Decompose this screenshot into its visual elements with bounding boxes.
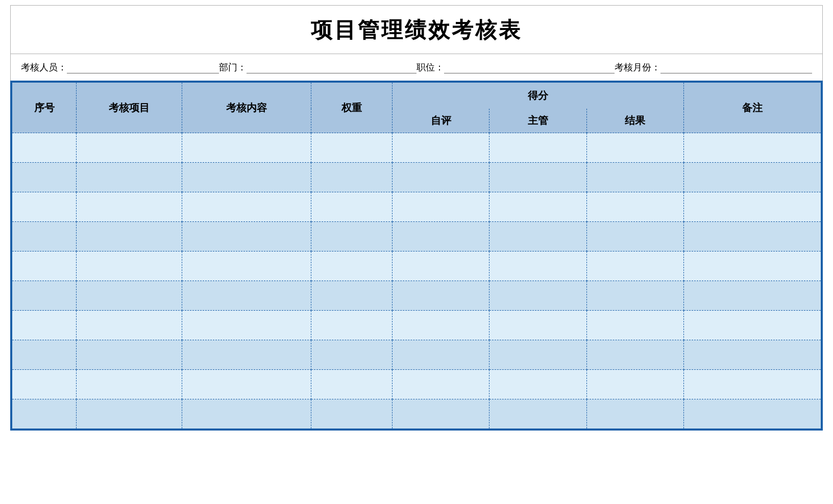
col-header-seq: 序号 (12, 82, 77, 133)
dept-label: 部门： (219, 61, 247, 73)
table-cell[interactable] (77, 133, 182, 163)
dept-value[interactable] (247, 61, 417, 73)
table-cell[interactable] (683, 222, 821, 251)
month-value[interactable] (660, 61, 813, 73)
table-cell[interactable] (12, 133, 77, 163)
table-cell[interactable] (12, 370, 77, 399)
table-cell[interactable] (586, 399, 683, 429)
table-cell[interactable] (12, 311, 77, 340)
table-row[interactable] (12, 399, 821, 429)
info-row: 考核人员： 部门： 职位： 考核月份： (10, 54, 823, 81)
table-cell[interactable] (489, 192, 586, 222)
table-cell[interactable] (12, 222, 77, 251)
table-cell[interactable] (392, 311, 489, 340)
table-cell[interactable] (392, 192, 489, 222)
table-cell[interactable] (392, 251, 489, 281)
table-cell[interactable] (392, 163, 489, 192)
table-cell[interactable] (489, 281, 586, 311)
table-body (12, 133, 821, 429)
table-cell[interactable] (12, 251, 77, 281)
table-cell[interactable] (311, 163, 393, 192)
performance-table: 序号 考核项目 考核内容 权重 得分 备注 自评 主管 结果 (11, 82, 822, 430)
table-cell[interactable] (489, 222, 586, 251)
table-cell[interactable] (77, 340, 182, 370)
table-cell[interactable] (311, 311, 393, 340)
table-row[interactable] (12, 370, 821, 399)
table-cell[interactable] (77, 370, 182, 399)
table-cell[interactable] (683, 163, 821, 192)
table-cell[interactable] (311, 251, 393, 281)
table-row[interactable] (12, 163, 821, 192)
table-cell[interactable] (12, 399, 77, 429)
table-cell[interactable] (182, 133, 311, 163)
table-cell[interactable] (489, 370, 586, 399)
table-cell[interactable] (392, 133, 489, 163)
table-cell[interactable] (489, 163, 586, 192)
table-cell[interactable] (311, 399, 393, 429)
table-cell[interactable] (586, 192, 683, 222)
table-cell[interactable] (311, 370, 393, 399)
table-cell[interactable] (683, 133, 821, 163)
table-cell[interactable] (586, 222, 683, 251)
table-row[interactable] (12, 251, 821, 281)
table-cell[interactable] (12, 340, 77, 370)
person-label: 考核人员： (21, 61, 67, 73)
table-cell[interactable] (311, 133, 393, 163)
table-cell[interactable] (311, 192, 393, 222)
table-cell[interactable] (311, 281, 393, 311)
table-cell[interactable] (392, 222, 489, 251)
table-row[interactable] (12, 133, 821, 163)
table-row[interactable] (12, 340, 821, 370)
table-cell[interactable] (12, 192, 77, 222)
table-cell[interactable] (586, 133, 683, 163)
position-value[interactable] (444, 61, 615, 73)
table-cell[interactable] (392, 399, 489, 429)
table-cell[interactable] (683, 281, 821, 311)
table-cell[interactable] (392, 340, 489, 370)
table-cell[interactable] (182, 370, 311, 399)
table-cell[interactable] (586, 281, 683, 311)
table-cell[interactable] (182, 251, 311, 281)
table-cell[interactable] (489, 311, 586, 340)
table-cell[interactable] (77, 192, 182, 222)
table-cell[interactable] (77, 251, 182, 281)
table-cell[interactable] (182, 192, 311, 222)
table-row[interactable] (12, 222, 821, 251)
table-cell[interactable] (586, 251, 683, 281)
table-cell[interactable] (182, 163, 311, 192)
table-cell[interactable] (77, 163, 182, 192)
table-cell[interactable] (489, 251, 586, 281)
table-cell[interactable] (392, 370, 489, 399)
table-cell[interactable] (12, 281, 77, 311)
table-cell[interactable] (683, 370, 821, 399)
table-cell[interactable] (683, 192, 821, 222)
table-cell[interactable] (586, 370, 683, 399)
table-cell[interactable] (586, 340, 683, 370)
table-cell[interactable] (683, 399, 821, 429)
person-value[interactable] (67, 61, 219, 73)
table-cell[interactable] (12, 163, 77, 192)
table-cell[interactable] (77, 399, 182, 429)
table-cell[interactable] (311, 222, 393, 251)
table-cell[interactable] (77, 222, 182, 251)
table-cell[interactable] (683, 311, 821, 340)
table-cell[interactable] (182, 222, 311, 251)
table-cell[interactable] (489, 133, 586, 163)
table-cell[interactable] (182, 399, 311, 429)
table-cell[interactable] (392, 281, 489, 311)
table-row[interactable] (12, 311, 821, 340)
table-cell[interactable] (683, 340, 821, 370)
table-cell[interactable] (311, 340, 393, 370)
table-cell[interactable] (77, 311, 182, 340)
table-row[interactable] (12, 192, 821, 222)
table-cell[interactable] (77, 281, 182, 311)
table-cell[interactable] (489, 340, 586, 370)
table-cell[interactable] (586, 311, 683, 340)
table-cell[interactable] (182, 311, 311, 340)
table-cell[interactable] (683, 251, 821, 281)
table-cell[interactable] (182, 340, 311, 370)
table-cell[interactable] (182, 281, 311, 311)
table-cell[interactable] (489, 399, 586, 429)
table-row[interactable] (12, 281, 821, 311)
table-cell[interactable] (586, 163, 683, 192)
